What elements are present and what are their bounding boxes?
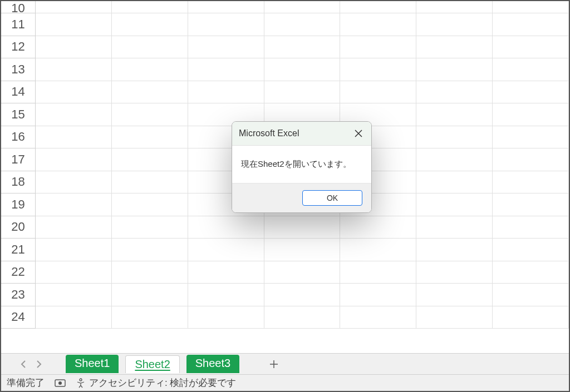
prev-sheet-icon[interactable] [16,356,31,372]
row-header[interactable]: 13 [1,58,36,81]
row-header[interactable]: 20 [1,216,36,239]
sheet-tab[interactable]: Sheet3 [186,355,239,373]
accessibility-status[interactable]: アクセシビリティ: 検討が必要です [76,376,236,389]
row-header[interactable]: 19 [1,193,36,216]
row-header[interactable]: 12 [1,36,36,59]
row-header[interactable]: 16 [1,126,36,149]
message-dialog: Microsoft Excel 現在Sheet2を開いています。 OK [232,121,372,213]
status-ready-label: 準備完了 [7,376,45,389]
next-sheet-icon[interactable] [31,356,47,372]
row-header[interactable]: 15 [1,103,36,126]
sheet-tabs: Sheet1 Sheet2 Sheet3 [66,355,239,373]
macro-recorder-icon[interactable] [55,379,66,388]
row-header[interactable]: 18 [1,171,36,194]
sheet-tab[interactable]: Sheet1 [66,355,119,373]
accessibility-icon [76,378,86,388]
svg-point-2 [80,379,82,381]
accessibility-label: アクセシビリティ: 検討が必要です [89,376,236,389]
row-header[interactable]: 23 [1,284,36,306]
row-header[interactable]: 14 [1,81,36,104]
dialog-footer: OK [232,183,371,212]
sheet-tab-active[interactable]: Sheet2 [125,355,179,373]
sheet-tabs-bar: Sheet1 Sheet2 Sheet3 [1,353,569,374]
close-icon[interactable] [352,127,365,140]
dialog-header: Microsoft Excel [232,122,371,146]
row-header[interactable]: 11 [1,13,36,36]
row-header[interactable]: 22 [1,261,36,284]
row-header[interactable]: 17 [1,148,36,171]
dialog-message: 現在Sheet2を開いています。 [232,146,371,183]
svg-point-1 [58,381,62,385]
row-header[interactable]: 21 [1,239,36,261]
dialog-title: Microsoft Excel [239,128,299,138]
ok-button[interactable]: OK [302,190,362,206]
status-bar: 準備完了 アクセシビリティ: 検討が必要です [1,374,569,391]
row-headers: 10 11 12 13 14 15 16 17 18 19 20 21 22 2… [1,1,36,353]
add-sheet-icon[interactable] [266,356,282,372]
row-header[interactable]: 24 [1,306,36,329]
row-header[interactable]: 10 [1,1,36,13]
